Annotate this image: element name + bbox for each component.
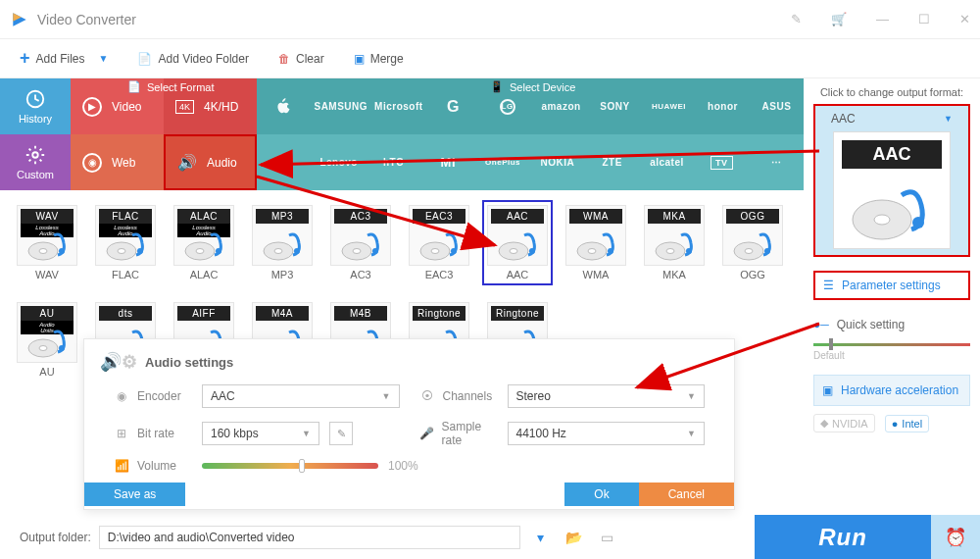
output-format-hint: Click to change output format: — [813, 86, 970, 98]
svg-point-27 — [666, 249, 674, 254]
svg-point-12 — [274, 249, 282, 254]
add-video-folder-button[interactable]: 📄 Add Video Folder — [137, 52, 249, 66]
save-as-button[interactable]: Save as — [84, 483, 185, 506]
run-button[interactable]: Run — [755, 515, 931, 559]
brand-alcatel[interactable]: alcatel — [643, 157, 690, 168]
browse-folder-button[interactable]: ▭ — [595, 530, 620, 545]
brand-oneplus[interactable]: OnePlus — [479, 158, 526, 167]
select-device-header: 📱 Select Device — [490, 80, 575, 93]
format-item-alac[interactable]: ALACLosslessAudio ALAC — [169, 200, 239, 285]
brand-huawei[interactable]: HUAWEI — [646, 102, 693, 111]
format-audio[interactable]: 🔊 Audio — [164, 134, 257, 190]
slider-knob[interactable] — [829, 338, 833, 350]
output-dropdown-icon[interactable]: ▾ — [528, 530, 554, 545]
svg-point-3 — [39, 249, 47, 254]
svg-point-9 — [196, 249, 204, 254]
custom-tab[interactable]: Custom — [0, 134, 71, 190]
minimize-button[interactable]: — — [876, 12, 889, 26]
format-item-mka[interactable]: MKA MKA — [639, 200, 710, 285]
dropdown-icon[interactable]: ▼ — [944, 114, 953, 124]
brand-apple[interactable] — [260, 98, 307, 116]
output-format-thumbnail: AAC — [833, 131, 951, 249]
right-sidebar: Click to change output format: AAC ▼ AAC… — [804, 78, 980, 515]
brand-microsoft[interactable]: Microsoft — [374, 101, 423, 112]
output-format-box[interactable]: AAC ▼ AAC — [813, 104, 970, 257]
help-icon[interactable]: ✎ — [791, 12, 802, 26]
select-format-header: 📄 Select Format — [127, 80, 214, 93]
brand-sony[interactable]: SONY — [592, 101, 639, 112]
trash-icon: 🗑 — [278, 52, 290, 66]
output-folder-input[interactable] — [99, 526, 520, 549]
brand-nokia[interactable]: NOKIA — [534, 157, 581, 168]
add-files-button[interactable]: + Add Files ▼ — [20, 48, 108, 69]
svg-point-34 — [59, 345, 65, 351]
clear-button[interactable]: 🗑 Clear — [278, 52, 324, 66]
open-folder-button[interactable]: 📂 — [562, 530, 587, 545]
apple-icon — [276, 98, 290, 114]
format-item-au[interactable]: AUAudioUnits AU — [12, 297, 82, 382]
quality-slider[interactable] — [813, 343, 970, 346]
default-label: Default — [813, 350, 970, 361]
cart-icon[interactable]: 🛒 — [831, 12, 847, 26]
output-folder-label: Output folder: — [20, 531, 91, 544]
encoder-select[interactable]: AAC▼ — [202, 384, 400, 408]
format-item-ogg[interactable]: OGG OGG — [717, 200, 788, 285]
svg-point-31 — [764, 248, 770, 254]
vendor-nvidia[interactable]: ◆ NVIDIA — [813, 414, 875, 432]
brand-amazon[interactable]: amazon — [538, 101, 585, 112]
bitrate-edit-button[interactable]: ✎ — [329, 422, 353, 445]
format-item-ac3[interactable]: AC3 AC3 — [325, 200, 396, 285]
brand-htc[interactable]: hTC — [369, 157, 416, 168]
quick-setting-label: Quick setting — [837, 318, 905, 331]
history-tab[interactable]: History — [0, 78, 71, 134]
svg-point-19 — [451, 248, 457, 254]
bitrate-label: Bit rate — [137, 427, 174, 440]
brand-tv[interactable]: TV — [698, 157, 745, 168]
clear-label: Clear — [296, 52, 324, 66]
alarm-button[interactable]: ⏰ — [931, 515, 980, 559]
dropdown-icon[interactable]: ▼ — [99, 53, 109, 64]
format-item-aac[interactable]: AAC AAC — [482, 200, 553, 285]
parameter-settings-button[interactable]: ☰ Parameter settings — [813, 271, 970, 300]
cancel-button[interactable]: Cancel — [639, 483, 734, 506]
brand-honor[interactable]: honor — [699, 101, 746, 112]
brand-lenovo[interactable]: Lenovo — [316, 157, 363, 168]
format-video-label: Video — [112, 100, 141, 114]
brand-more[interactable]: ⋯ — [753, 157, 800, 168]
hardware-accel-label: Hardware acceleration — [841, 383, 958, 397]
format-item-eac3[interactable]: EAC3 EAC3 — [404, 200, 474, 285]
volume-slider[interactable] — [202, 463, 378, 469]
brand-motorola[interactable]: M — [261, 154, 308, 172]
quick-setting-toggle[interactable]: ●─ Quick setting — [813, 318, 970, 331]
svg-point-24 — [588, 249, 596, 254]
format-item-flac[interactable]: FLACLosslessAudio FLAC — [90, 200, 161, 285]
audio-settings-panel: 🔊⚙ Audio settings ◉Encoder AAC▼ ⦿Channel… — [83, 338, 735, 510]
bottom-bar: Output folder: ▾ 📂 ▭ Run ⏰ — [0, 515, 980, 559]
svg-point-15 — [353, 249, 361, 254]
bitrate-select[interactable]: 160 kbps▼ — [202, 422, 319, 445]
device-brand-row-2[interactable]: M Lenovo hTC MI OnePlus NOKIA ZTE alcate… — [257, 134, 804, 190]
format-web[interactable]: ◉ Web — [71, 134, 164, 190]
channels-select[interactable]: Stereo▼ — [508, 384, 706, 408]
format-item-wma[interactable]: WMA WMA — [561, 200, 631, 285]
brand-lg[interactable]: LG — [484, 99, 531, 115]
brand-samsung[interactable]: SAMSUNG — [314, 101, 368, 112]
vendor-intel[interactable]: ● Intel — [885, 415, 929, 432]
globe-icon: ◉ — [82, 153, 102, 173]
brand-zte[interactable]: ZTE — [589, 157, 636, 168]
samplerate-select[interactable]: 44100 Hz▼ — [508, 422, 706, 445]
close-button[interactable]: ✕ — [959, 12, 970, 26]
brand-xiaomi[interactable]: MI — [424, 155, 471, 170]
format-item-wav[interactable]: WAVLosslessAudio WAV — [12, 200, 82, 285]
format-item-mp3[interactable]: MP3 MP3 — [247, 200, 318, 285]
merge-button[interactable]: ▣ Merge — [354, 52, 404, 66]
svg-point-22 — [529, 248, 535, 254]
maximize-button[interactable]: ☐ — [918, 12, 930, 26]
volume-knob[interactable] — [299, 459, 305, 473]
brand-google[interactable]: G — [430, 98, 477, 116]
svg-point-10 — [216, 248, 221, 254]
plus-icon: + — [20, 48, 30, 69]
ok-button[interactable]: Ok — [564, 483, 638, 506]
brand-asus[interactable]: ASUS — [753, 101, 800, 112]
hardware-accel-toggle[interactable]: ▣ Hardware acceleration — [813, 375, 970, 406]
